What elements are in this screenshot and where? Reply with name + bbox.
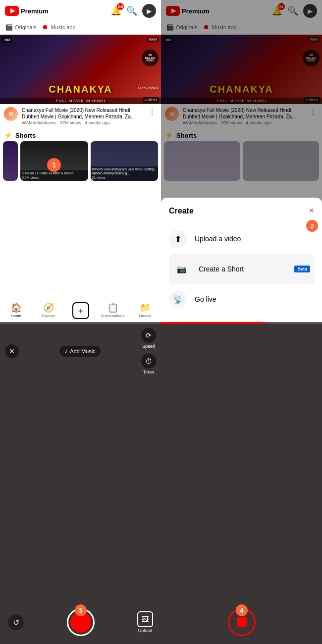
shorts-header-1: ⚡ Shorts [0, 128, 161, 141]
go-live-label: Go live [195, 295, 314, 303]
create-short-item[interactable]: 📷 Create a Short Beta [169, 254, 314, 284]
hd-badge-1: HD [2, 37, 12, 43]
nav-home-1[interactable]: 🏠 Home [0, 302, 32, 319]
thumb-placeholder-1: HD WAM 25 MILLION VIEWS GOPICHAND'S CHAN… [0, 35, 161, 104]
timer-button-3[interactable]: ⏱ Timer [141, 354, 156, 375]
step-badge-4: 4 [236, 604, 248, 616]
shorts-row-1: Girls on 1st Date vs After a month 6.6M … [0, 141, 161, 181]
record-button-wrap-4: 4 [228, 608, 256, 636]
modal-close-button[interactable]: × [309, 206, 314, 216]
channel-avatar-1: W [4, 107, 18, 121]
create-modal: Create × ⬆ Upload a video 2 📷 Create a S… [161, 198, 322, 322]
speed-label-3: Speed [142, 344, 155, 349]
upload-label-3: Upload [138, 628, 153, 633]
step-badge-3: 3 [75, 604, 87, 616]
music-note-icon-3: ♪ [64, 348, 67, 355]
add-music-label-3: Add Music [70, 348, 95, 354]
speed-icon-3: ⟳ [141, 328, 156, 343]
search-icon-1[interactable]: 🔍 [126, 5, 137, 16]
camera-progress-fill-4 [161, 322, 266, 324]
short-caption-2: #shorts new instagram viral video editin… [91, 166, 159, 181]
shorts-icon-1: ⚡ [4, 131, 12, 139]
step-badge-1: 1 [47, 158, 61, 172]
speed-button-3[interactable]: ⟳ Speed [141, 328, 156, 349]
home-label-1: Home [11, 314, 21, 318]
record-button-wrap-3: 3 [67, 608, 95, 636]
camera-bottom-bar-3: ↺ 3 🖼 Upload [0, 603, 161, 644]
timer-icon-3: ⏱ [141, 354, 156, 369]
video-thumbnail-1[interactable]: HD WAM 25 MILLION VIEWS GOPICHAND'S CHAN… [0, 35, 161, 104]
upload-icon: ⬆ [169, 230, 187, 248]
camera-icon: 📷 [173, 260, 191, 278]
library-icon-1: 📁 [140, 302, 151, 313]
explore-icon-1: 🧭 [43, 302, 54, 313]
home-icon-1: 🏠 [11, 302, 22, 313]
shorts-label-1: Shorts [15, 132, 36, 139]
panel-4: 4 [161, 322, 322, 644]
nav-add-1[interactable]: ＋ [64, 302, 97, 319]
upload-video-label: Upload a video [195, 235, 314, 243]
panel-2: Premium 🔔 51 🔍 ▶ 🎬 Originals ⏺ Music app… [161, 0, 322, 322]
subscriptions-label-1: Subscriptions [101, 314, 124, 318]
upload-icon-3: 🖼 [137, 611, 153, 627]
timer-label-3: Timer [143, 370, 155, 375]
flip-camera-button-3[interactable]: ↺ [8, 614, 24, 630]
library-label-1: Library [139, 314, 151, 318]
create-short-label: Create a Short [199, 265, 286, 273]
music-icon-1: ⏺ [42, 23, 49, 31]
short-thumb-0 [3, 141, 18, 181]
camera-right-controls-3: ⟳ Speed ⏱ Timer [141, 328, 156, 375]
avatar-1[interactable]: ▶ [142, 4, 156, 18]
full-movie-bar-1: FULL MOVIE IN HINDI [0, 98, 161, 104]
video-channel-info-1: WAMIndiaMovies · 37M views · 4 weeks ago [22, 120, 143, 125]
nav-subscriptions-1[interactable]: 📋 Subscriptions [97, 302, 129, 319]
explore-label-1: Explore [42, 314, 55, 318]
duration-badge-1: 2:09:51 [143, 97, 159, 103]
upload-button-3[interactable]: 🖼 Upload [137, 611, 153, 633]
camera-progress-bar-4 [161, 322, 322, 324]
camera-close-button-3[interactable]: ✕ [5, 344, 19, 358]
short-card-0[interactable] [3, 141, 18, 181]
short-card-1[interactable]: Girls on 1st Date vs After a month 6.6M … [20, 141, 88, 181]
short-card-2[interactable]: #shorts new instagram viral video editin… [91, 141, 159, 181]
yt-logo-1: Premium [5, 6, 49, 16]
add-music-button-3[interactable]: ♪ Add Music [59, 346, 100, 357]
nav-explore-1[interactable]: 🧭 Explore [32, 302, 64, 319]
camera-bottom-bar-4: 4 [161, 603, 322, 644]
nav-library-1[interactable]: 📁 Library [129, 302, 161, 319]
header-1: Premium 🔔 G5 🔍 ▶ [0, 0, 161, 21]
youtube-logo-icon [5, 6, 19, 16]
panel-3: ✕ ♪ Add Music ⟳ Speed ⏱ Timer ↺ 3 [0, 322, 161, 644]
tab-originals-1[interactable]: 🎬 Originals [5, 22, 36, 32]
camera-viewfinder-4 [161, 328, 322, 603]
movie-title-1: CHANAKYA [0, 84, 161, 95]
more-button-1[interactable]: ⋮ [147, 107, 157, 116]
short-thumb-2: #shorts new instagram viral video editin… [91, 141, 159, 181]
camera-viewfinder-3 [0, 378, 161, 603]
modal-header: Create × [169, 206, 314, 216]
tab-music-1[interactable]: ⏺ Music app [42, 22, 75, 32]
modal-title: Create [169, 207, 194, 215]
originals-icon-1: 🎬 [5, 23, 13, 31]
premium-label: Premium [21, 7, 49, 15]
video-info-row-1: W Chanakya Full Movie (2020) New Release… [0, 104, 161, 128]
short-caption-1: Girls on 1st Date vs After a month 6.6M … [20, 170, 88, 181]
upload-video-item[interactable]: ⬆ Upload a video 2 [169, 224, 314, 254]
camera-progress-bar-3 [0, 322, 161, 324]
header-icons-1: 🔔 G5 🔍 ▶ [110, 4, 156, 18]
subscriptions-icon-1: 📋 [107, 302, 118, 313]
notification-wrap-1[interactable]: 🔔 G5 [110, 5, 121, 16]
video-meta-1: Chanakya Full Movie (2020) New Released … [22, 107, 143, 125]
wam-badge-1: WAM [147, 37, 159, 42]
live-icon: 📡 [169, 290, 187, 308]
nav-tabs-1: 🎬 Originals ⏺ Music app [0, 21, 161, 35]
step-badge-2: 2 [306, 220, 318, 232]
add-button-1[interactable]: ＋ [72, 302, 89, 319]
record-stop-button-4 [237, 617, 247, 627]
views-badge-1: 25 MILLION VIEWS [142, 50, 159, 66]
bottom-nav-1: 🏠 Home 🧭 Explore ＋ 📋 Subscriptions 📁 Lib… [0, 300, 161, 322]
panel-1: Premium 🔔 G5 🔍 ▶ 🎬 Originals ⏺ Music app… [0, 0, 161, 322]
go-live-item[interactable]: 📡 Go live [169, 284, 314, 314]
beta-badge: Beta [294, 266, 310, 272]
notification-badge-1: G5 [117, 3, 124, 10]
